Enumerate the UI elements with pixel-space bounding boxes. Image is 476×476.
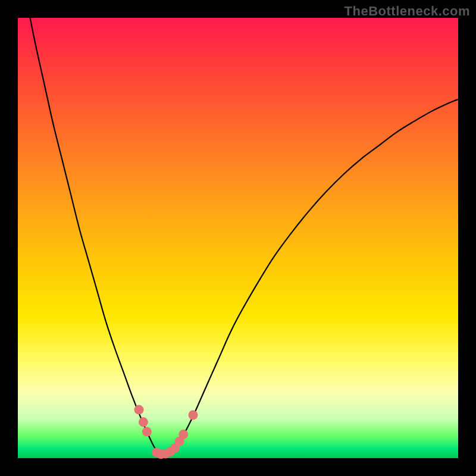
curve-markers: [134, 405, 198, 459]
curve-marker: [142, 427, 152, 437]
watermark-text: TheBottleneck.com: [345, 4, 470, 19]
curve-marker: [189, 410, 198, 419]
bottleneck-curve: [18, 18, 458, 458]
plot-area: [18, 18, 458, 458]
chart-frame: TheBottleneck.com: [0, 0, 476, 476]
curve-marker: [139, 417, 148, 427]
curve-marker: [134, 405, 144, 415]
curve-line: [18, 0, 458, 455]
curve-marker: [178, 430, 188, 439]
